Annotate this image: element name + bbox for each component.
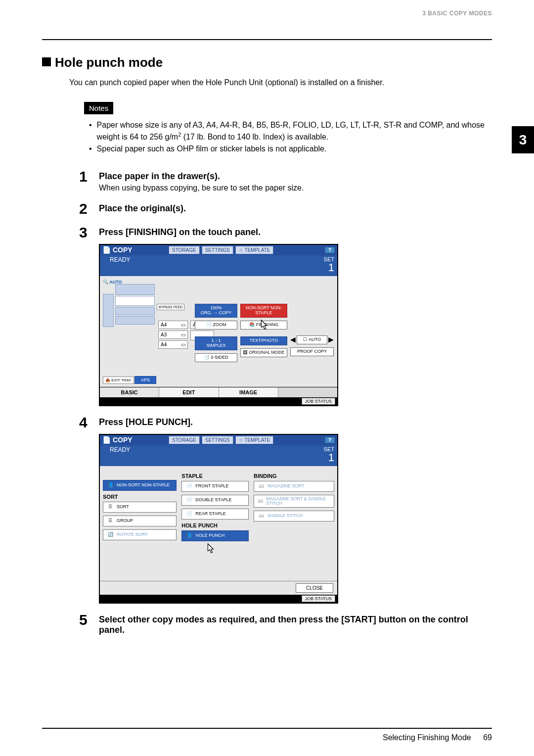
ready-status: READY (110, 256, 130, 273)
drawer-a4[interactable]: A4▭ (158, 321, 188, 329)
ready-status: READY (110, 446, 130, 463)
hole-punch-header: HOLE PUNCH (181, 522, 249, 528)
screenshot-hole-punch: 📄 COPY STORAGE SETTINGS ☆ TEMPLATE ? REA… (99, 434, 338, 604)
front-staple-button[interactable]: 📄FRONT STAPLE (181, 481, 249, 492)
step-2-title: Place the original(s). (99, 203, 492, 214)
drawer-a3[interactable]: A3▭ (158, 331, 188, 339)
set-value: 1 (324, 262, 334, 273)
intro-text: You can punch copied paper when the Hole… (69, 78, 492, 87)
page-number: 69 (483, 733, 492, 742)
pointer-cursor-icon (258, 319, 269, 332)
step-3-title: Press [FINISHING] on the touch panel. (99, 227, 492, 237)
help-button[interactable]: ? (325, 247, 335, 253)
group-button[interactable]: ☰GROUP (103, 516, 177, 526)
notes-list: •Paper whose size is any of A3, A4, A4-R… (89, 119, 492, 154)
zoom-button[interactable]: 📄 ZOOM (195, 321, 237, 330)
top-rule (42, 39, 492, 40)
panel-title: 📄 COPY (102, 246, 167, 254)
exit-tray-button[interactable]: 📤 EXIT TRAY (103, 377, 134, 384)
panel-header: 📄 COPY STORAGE SETTINGS ☆ TEMPLATE ? (100, 435, 337, 445)
hole-punch-button[interactable]: 📘HOLE PUNCH (181, 530, 249, 541)
header-chapter: 3 BASIC COPY MODES (42, 10, 492, 17)
section-title: Hole punch mode (42, 55, 492, 70)
template-button[interactable]: ☆ TEMPLATE (235, 246, 274, 254)
note-item: Paper whose size is any of A3, A4, A4-R,… (97, 119, 492, 143)
simplex-button[interactable]: 1→1SIMPLEX (195, 336, 237, 350)
step-5: 5 Select other copy modes as required, a… (79, 613, 492, 635)
tab-spacer (278, 387, 337, 397)
aps-button[interactable]: APS (134, 376, 156, 384)
job-status-button[interactable]: JOB STATUS (302, 398, 335, 405)
page-footer: Selecting Finishing Mode 69 (383, 733, 492, 742)
tab-edit[interactable]: EDIT (159, 387, 219, 397)
bottom-rule (42, 728, 492, 729)
template-button[interactable]: ☆ TEMPLATE (235, 436, 274, 444)
screenshot-finishing: 📄 COPY STORAGE SETTINGS ☆ TEMPLATE ? REA… (99, 244, 338, 406)
panel-header: 📄 COPY STORAGE SETTINGS ☆ TEMPLATE ? (100, 245, 337, 255)
chapter-tab: 3 (512, 126, 534, 153)
auto-button[interactable]: ☐ AUTO (297, 335, 327, 344)
two-sided-button[interactable]: 📑 2-SIDED (195, 353, 237, 362)
close-button[interactable]: CLOSE (296, 583, 333, 593)
pointer-cursor-icon (205, 543, 216, 556)
job-status-button[interactable]: JOB STATUS (302, 595, 335, 602)
footer-section: Selecting Finishing Mode (383, 733, 471, 742)
square-bullet-icon (42, 57, 51, 66)
proof-copy-button[interactable]: PROOF COPY (290, 347, 334, 356)
saddle-stitch-button[interactable]: 📖SADDLE STITCH (254, 511, 334, 521)
step-3: 3 Press [FINISHING] on the touch panel. (79, 225, 492, 240)
settings-button[interactable]: SETTINGS (202, 246, 233, 254)
tab-image[interactable]: IMAGE (219, 387, 278, 397)
sort-button[interactable]: ☰SORT (103, 502, 177, 513)
step-5-title: Select other copy modes as required, and… (99, 614, 492, 635)
step-4: 4 Press [HOLE PUNCH]. (79, 415, 492, 430)
panel-title: 📄 COPY (102, 436, 167, 444)
bypass-feed-button[interactable]: BYPASS FEED (157, 304, 184, 310)
zoom-100-button[interactable]: 100%ORG. → COPY (195, 304, 237, 318)
tab-basic[interactable]: BASIC (100, 387, 159, 397)
step-1-title: Place paper in the drawer(s). (99, 171, 492, 182)
staple-header: STAPLE (181, 473, 249, 479)
original-mode-button[interactable]: 🖼 ORIGINAL MODE (240, 348, 287, 357)
non-sort-non-staple-button[interactable]: 📘NON-SORT NON-STAPLE (103, 480, 177, 491)
note-item: Special paper such as OHP film or sticke… (97, 143, 492, 154)
notes-label: Notes (84, 102, 113, 114)
binding-header: BINDING (254, 473, 334, 479)
magazine-sort-button[interactable]: 📖MAGAZINE SORT (254, 481, 334, 492)
text-photo-button[interactable]: TEXT/PHOTO (240, 336, 287, 345)
storage-button[interactable]: STORAGE (169, 436, 200, 444)
step-1-sub: When using bypass copying, be sure to se… (99, 184, 492, 192)
rotate-sort-button[interactable]: 🔄ROTATE SORT (103, 529, 177, 540)
help-button[interactable]: ? (325, 437, 335, 443)
sort-header: SORT (103, 494, 177, 500)
section-title-text: Hole punch mode (55, 55, 163, 70)
step-1: 1 Place paper in the drawer(s). When usi… (79, 169, 492, 192)
set-value: 1 (324, 452, 334, 463)
step-4-title: Press [HOLE PUNCH]. (99, 417, 492, 427)
double-staple-button[interactable]: 📄DOUBLE STAPLE (181, 495, 249, 506)
magazine-sort-saddle-button[interactable]: 📖MAGAZINE SORT & SADDLE STITCH (254, 495, 334, 508)
rear-staple-button[interactable]: 📄REAR STAPLE (181, 509, 249, 520)
printer-diagram (103, 284, 156, 368)
step-2: 2 Place the original(s). (79, 201, 492, 216)
drawer-a4b[interactable]: A4▭ (158, 340, 188, 349)
settings-button[interactable]: SETTINGS (202, 436, 233, 444)
storage-button[interactable]: STORAGE (169, 246, 200, 254)
non-sort-button[interactable]: NON-SORT NON-STAPLE (240, 304, 287, 318)
